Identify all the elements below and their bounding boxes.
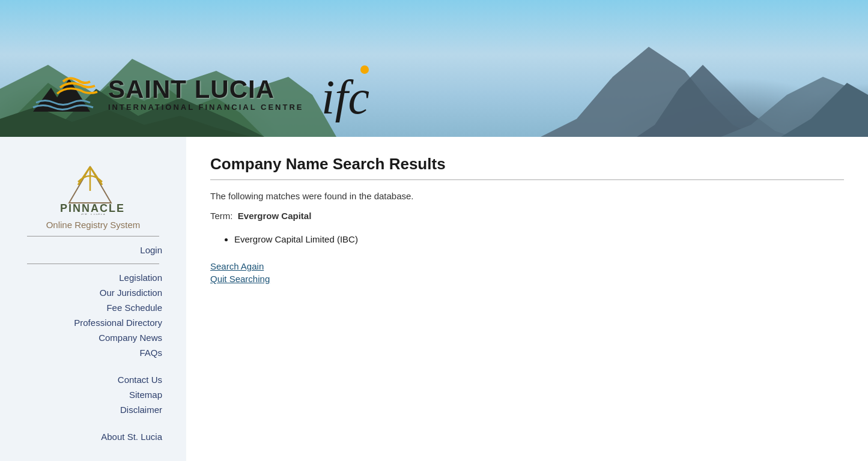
sidebar-item-sitemap[interactable]: Sitemap [12, 387, 162, 402]
sidebar-item-jurisdiction[interactable]: Our Jurisdiction [12, 285, 162, 300]
intro-text: The following matches were found in the … [210, 191, 844, 201]
brand-name: SAINT LUCIA [108, 77, 303, 102]
main-layout: PINNACLE ST. LUCIA Online Registry Syste… [0, 137, 868, 461]
sidebar-divider-2 [27, 264, 159, 264]
page-title: Company Name Search Results [210, 155, 844, 180]
sidebar-item-legislation[interactable]: Legislation [12, 270, 162, 285]
sidebar-divider-1 [27, 236, 159, 237]
login-link[interactable]: Login [12, 243, 162, 258]
quit-searching-link[interactable]: Quit Searching [210, 274, 844, 284]
sidebar-item-contact-us[interactable]: Contact Us [12, 372, 162, 387]
pinnacle-logo-svg: PINNACLE ST. LUCIA [45, 155, 141, 215]
ifc-text-svg: ifc [321, 62, 405, 122]
sidebar-nav-login: Login [12, 243, 174, 258]
action-links: Search Again Quit Searching [210, 261, 844, 284]
results-list: Evergrow Capital Limited (IBC) [210, 232, 844, 247]
main-content: Company Name Search Results The followin… [186, 137, 868, 461]
svg-text:ST. LUCIA: ST. LUCIA [81, 213, 106, 215]
sidebar-nav-tertiary: About St. Lucia [12, 429, 174, 444]
term-value: Evergrow Capital [238, 211, 312, 221]
logo-text: SAINT LUCIA INTERNATIONAL FINANCIAL CENT… [108, 77, 303, 111]
svg-text:ifc: ifc [321, 71, 369, 122]
search-again-link[interactable]: Search Again [210, 261, 844, 271]
result-item: Evergrow Capital Limited (IBC) [234, 232, 844, 247]
sidebar-nav-main: Legislation Our Jurisdiction Fee Schedul… [12, 270, 174, 360]
sidebar-item-disclaimer[interactable]: Disclaimer [12, 402, 162, 417]
sidebar-item-professional-directory[interactable]: Professional Directory [12, 315, 162, 330]
svg-text:PINNACLE: PINNACLE [60, 202, 125, 214]
search-term-line: Term: Evergrow Capital [210, 211, 844, 221]
ifc-logo: ifc [321, 62, 405, 125]
online-registry-link[interactable]: Online Registry System [46, 220, 141, 230]
sidebar-item-about-st-lucia[interactable]: About St. Lucia [12, 429, 162, 444]
term-label: Term: [210, 211, 233, 221]
sidebar-item-company-news[interactable]: Company News [12, 330, 162, 345]
sidebar-item-fee-schedule[interactable]: Fee Schedule [12, 300, 162, 315]
logo-icon [30, 70, 102, 118]
sidebar-nav-secondary: Contact Us Sitemap Disclaimer [12, 372, 174, 417]
header-logo: SAINT LUCIA INTERNATIONAL FINANCIAL CENT… [0, 50, 429, 137]
brand-subtitle: INTERNATIONAL FINANCIAL CENTRE [108, 103, 303, 111]
site-header: SAINT LUCIA INTERNATIONAL FINANCIAL CENT… [0, 0, 868, 137]
sidebar: PINNACLE ST. LUCIA Online Registry Syste… [0, 137, 186, 461]
sidebar-item-faqs[interactable]: FAQs [12, 345, 162, 360]
pinnacle-logo: PINNACLE ST. LUCIA [45, 155, 141, 217]
